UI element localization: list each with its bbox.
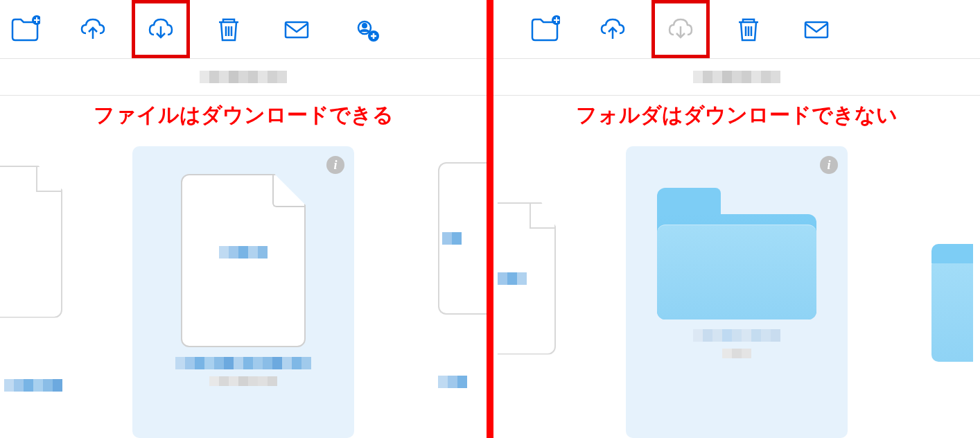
left-panel: ファイルはダウンロードできる	[0, 0, 487, 438]
file-icon	[181, 174, 306, 347]
new-folder-button[interactable]	[528, 12, 561, 46]
breadcrumb-text-blurred	[693, 71, 780, 83]
annotation-text: ファイルはダウンロードできる	[0, 96, 487, 146]
folder-grid: i	[493, 146, 980, 438]
file-grid: i	[0, 146, 487, 438]
delete-button[interactable]	[212, 12, 245, 46]
annotation-text: フォルダはダウンロードできない	[493, 96, 980, 146]
file-label-blurred	[175, 357, 311, 386]
download-button[interactable]	[144, 12, 177, 46]
partial-item-left[interactable]	[0, 146, 62, 438]
svg-rect-1	[286, 22, 308, 37]
mail-button[interactable]	[280, 12, 313, 46]
svg-point-3	[362, 23, 367, 28]
mail-button[interactable]	[800, 12, 833, 46]
share-button[interactable]	[348, 12, 381, 46]
upload-button[interactable]	[76, 12, 110, 46]
toolbar	[0, 0, 487, 58]
folder-label-blurred	[693, 329, 780, 358]
partial-item-left[interactable]	[493, 146, 556, 438]
upload-button[interactable]	[596, 12, 629, 46]
delete-button[interactable]	[732, 12, 765, 46]
download-button-disabled	[664, 12, 697, 46]
breadcrumb-bar	[0, 58, 487, 96]
new-folder-button[interactable]	[8, 12, 42, 46]
svg-rect-6	[805, 22, 828, 37]
folder-item-selected[interactable]: i	[626, 146, 848, 438]
partial-item-right[interactable]	[931, 146, 980, 438]
info-icon[interactable]: i	[820, 156, 838, 174]
breadcrumb-text-blurred	[200, 71, 287, 83]
toolbar	[493, 0, 980, 58]
info-icon[interactable]: i	[326, 156, 344, 174]
file-item-selected[interactable]: i	[132, 146, 354, 438]
breadcrumb-bar	[493, 58, 980, 96]
right-panel: フォルダはダウンロードできない i	[493, 0, 980, 438]
vertical-divider	[487, 0, 493, 438]
partial-item-right[interactable]	[438, 146, 487, 438]
folder-icon	[657, 188, 816, 319]
